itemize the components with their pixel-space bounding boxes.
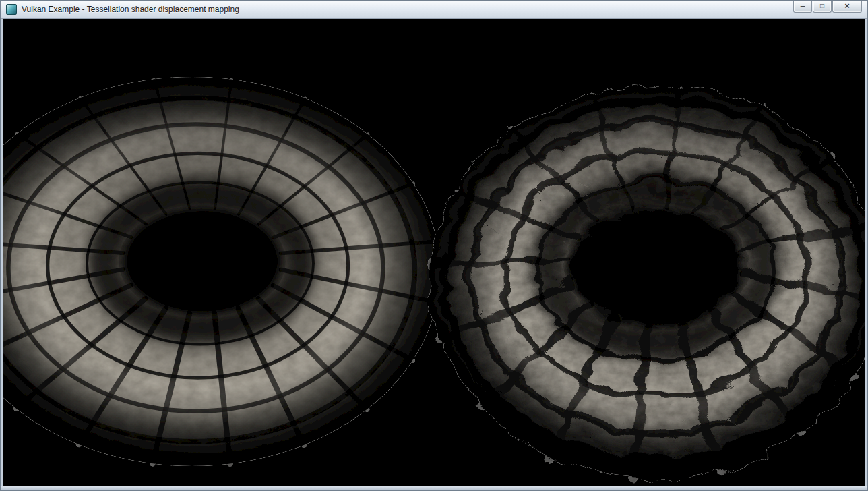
maximize-icon: □ [820,3,824,9]
window-frame-bottom [1,486,867,490]
torus-no-displacement [3,77,440,466]
app-icon[interactable] [6,4,17,15]
close-icon: × [844,1,850,10]
vulkan-scene [3,19,865,486]
torus-displacement-mapped [426,82,865,476]
app-window: Vulkan Example - Tessellation shader dis… [0,0,868,491]
render-viewport[interactable] [3,19,865,486]
window-controls: – □ × [793,1,862,13]
maximize-button[interactable]: □ [813,1,832,13]
titlebar[interactable]: Vulkan Example - Tessellation shader dis… [1,1,867,19]
minimize-button[interactable]: – [793,1,812,13]
window-title: Vulkan Example - Tessellation shader dis… [22,5,239,14]
close-button[interactable]: × [832,1,862,13]
minimize-icon: – [801,2,805,10]
